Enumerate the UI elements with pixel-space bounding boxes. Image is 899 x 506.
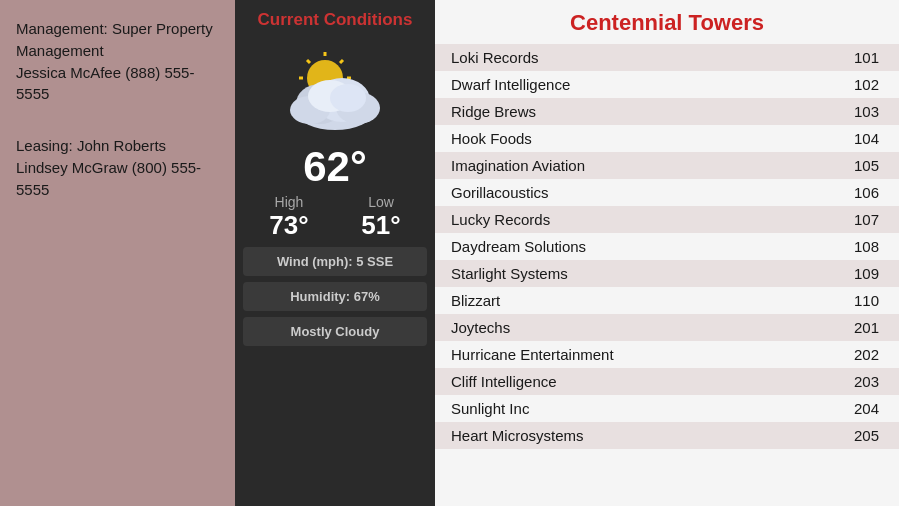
tenant-suite: 102 bbox=[854, 76, 879, 93]
tenant-row: Joytechs201 bbox=[435, 314, 899, 341]
tenant-row: Loki Records101 bbox=[435, 44, 899, 71]
tenant-row: Heart Microsystems205 bbox=[435, 422, 899, 449]
tenant-name: Loki Records bbox=[451, 49, 854, 66]
high-low-container: High 73° Low 51° bbox=[243, 194, 427, 241]
tenant-name: Joytechs bbox=[451, 319, 854, 336]
tenant-row: Imagination Aviation105 bbox=[435, 152, 899, 179]
tenant-name: Cliff Intelligence bbox=[451, 373, 854, 390]
tenant-name: Ridge Brews bbox=[451, 103, 854, 120]
tenant-name: Gorillacoustics bbox=[451, 184, 854, 201]
tenant-name: Imagination Aviation bbox=[451, 157, 854, 174]
directory-title: Centennial Towers bbox=[435, 0, 899, 44]
tenant-row: Cliff Intelligence203 bbox=[435, 368, 899, 395]
low-value: 51° bbox=[361, 210, 400, 241]
high-value: 73° bbox=[269, 210, 308, 241]
high-col: High 73° bbox=[269, 194, 308, 241]
tenant-row: Dwarf Intelligence102 bbox=[435, 71, 899, 98]
svg-line-5 bbox=[307, 60, 310, 63]
tenant-row: Hook Foods104 bbox=[435, 125, 899, 152]
directory-list: Loki Records101Dwarf Intelligence102Ridg… bbox=[435, 44, 899, 449]
tenant-suite: 107 bbox=[854, 211, 879, 228]
wind-box: Wind (mph): 5 SSE bbox=[243, 247, 427, 276]
tenant-name: Dwarf Intelligence bbox=[451, 76, 854, 93]
tenant-suite: 103 bbox=[854, 103, 879, 120]
tenant-name: Heart Microsystems bbox=[451, 427, 854, 444]
tenant-suite: 110 bbox=[854, 292, 879, 309]
tenant-row: Sunlight Inc204 bbox=[435, 395, 899, 422]
weather-icon bbox=[270, 40, 400, 140]
svg-point-15 bbox=[330, 84, 366, 112]
condition-box: Mostly Cloudy bbox=[243, 317, 427, 346]
low-label: Low bbox=[368, 194, 394, 210]
weather-title: Current Conditions bbox=[258, 10, 413, 30]
weather-panel: Current Conditions bbox=[235, 0, 435, 506]
tenant-suite: 104 bbox=[854, 130, 879, 147]
tenant-suite: 203 bbox=[854, 373, 879, 390]
management-contact: Jessica McAfee (888) 555-5555 bbox=[16, 62, 219, 106]
management-text: Management: Super Property Management bbox=[16, 18, 219, 62]
temperature-display: 62° bbox=[303, 146, 367, 188]
leasing-block: Leasing: John Roberts Lindsey McGraw (80… bbox=[16, 135, 219, 200]
tenant-row: Hurricane Entertainment202 bbox=[435, 341, 899, 368]
tenant-suite: 204 bbox=[854, 400, 879, 417]
tenant-row: Starlight Systems109 bbox=[435, 260, 899, 287]
tenant-name: Blizzart bbox=[451, 292, 854, 309]
tenant-row: Blizzart110 bbox=[435, 287, 899, 314]
right-panel: Centennial Towers Loki Records101Dwarf I… bbox=[435, 0, 899, 506]
tenant-suite: 108 bbox=[854, 238, 879, 255]
tenant-suite: 105 bbox=[854, 157, 879, 174]
humidity-box: Humidity: 67% bbox=[243, 282, 427, 311]
tenant-name: Lucky Records bbox=[451, 211, 854, 228]
tenant-name: Starlight Systems bbox=[451, 265, 854, 282]
tenant-row: Daydream Solutions108 bbox=[435, 233, 899, 260]
svg-line-6 bbox=[340, 60, 343, 63]
tenant-name: Hurricane Entertainment bbox=[451, 346, 854, 363]
tenant-suite: 202 bbox=[854, 346, 879, 363]
tenant-suite: 205 bbox=[854, 427, 879, 444]
tenant-suite: 101 bbox=[854, 49, 879, 66]
tenant-row: Gorillacoustics106 bbox=[435, 179, 899, 206]
low-col: Low 51° bbox=[361, 194, 400, 241]
tenant-name: Daydream Solutions bbox=[451, 238, 854, 255]
high-label: High bbox=[275, 194, 304, 210]
tenant-suite: 109 bbox=[854, 265, 879, 282]
left-panel: Management: Super Property Management Je… bbox=[0, 0, 235, 506]
tenant-suite: 201 bbox=[854, 319, 879, 336]
tenant-suite: 106 bbox=[854, 184, 879, 201]
management-block: Management: Super Property Management Je… bbox=[16, 18, 219, 105]
tenant-name: Sunlight Inc bbox=[451, 400, 854, 417]
tenant-row: Ridge Brews103 bbox=[435, 98, 899, 125]
leasing-contact: Lindsey McGraw (800) 555-5555 bbox=[16, 157, 219, 201]
leasing-text: Leasing: John Roberts bbox=[16, 135, 219, 157]
tenant-row: Lucky Records107 bbox=[435, 206, 899, 233]
tenant-name: Hook Foods bbox=[451, 130, 854, 147]
